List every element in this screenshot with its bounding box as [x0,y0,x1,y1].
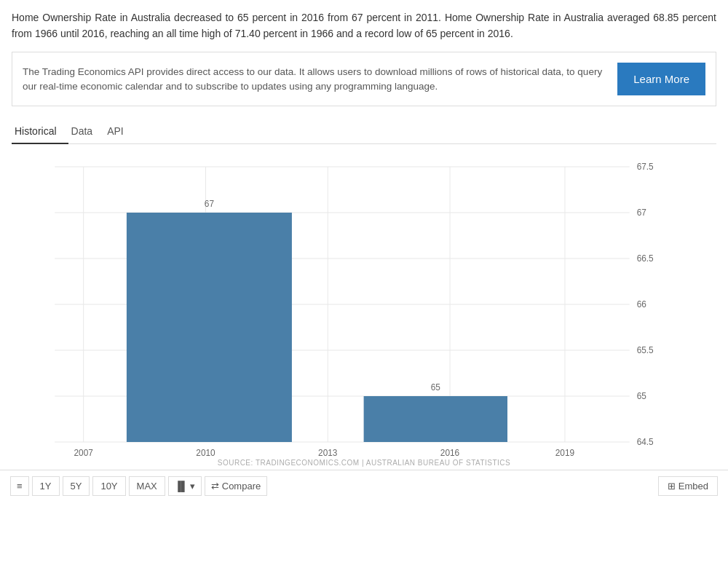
bar-chart: 67.5 67 66.5 66 65.5 65 64.5 2007 2010 2… [12,151,673,457]
hamburger-button[interactable]: ≡ [10,476,29,496]
toolbar: ≡ 1Y 5Y 10Y MAX ▐▌ ▾ ⇄ Compare ⊞ Embed [0,470,728,502]
svg-text:65.5: 65.5 [637,345,654,355]
svg-text:66: 66 [637,299,646,309]
bar-2010 [127,213,292,442]
svg-text:64.5: 64.5 [637,437,654,447]
svg-text:2013: 2013 [318,448,338,457]
tab-historical[interactable]: Historical [12,119,68,144]
svg-text:67: 67 [637,208,646,218]
svg-text:2016: 2016 [440,448,460,457]
chart-source: SOURCE: TRADINGECONOMICS.COM | AUSTRALIA… [12,459,716,467]
svg-text:66.5: 66.5 [637,253,654,264]
chevron-down-icon: ▾ [190,481,195,492]
svg-text:2010: 2010 [196,448,215,457]
tabs-container: Historical Data API [12,119,716,144]
svg-text:67: 67 [205,199,214,209]
period-1y-button[interactable]: 1Y [32,476,60,496]
svg-text:2007: 2007 [74,448,94,457]
tab-data[interactable]: Data [68,119,105,144]
tab-api[interactable]: API [104,119,135,144]
api-banner: The Trading Economics API provides direc… [12,52,716,106]
svg-text:2019: 2019 [555,448,575,457]
period-10y-button[interactable]: 10Y [92,476,125,496]
bar-chart-icon: ▐▌ [175,481,188,492]
embed-button[interactable]: ⊞ Embed [658,476,718,496]
api-banner-text: The Trading Economics API provides direc… [23,65,603,95]
svg-text:65: 65 [431,382,440,392]
chart-type-button[interactable]: ▐▌ ▾ [168,476,202,496]
compare-button[interactable]: ⇄ Compare [205,476,267,496]
bar-2016 [364,396,507,442]
learn-more-button[interactable]: Learn More [617,63,705,95]
period-5y-button[interactable]: 5Y [63,476,90,496]
period-max-button[interactable]: MAX [129,476,165,496]
description-text: Home Ownership Rate in Australia decreas… [12,10,716,42]
svg-text:67.5: 67.5 [637,162,654,172]
svg-text:65: 65 [637,391,646,401]
chart-area: 67.5 67 66.5 66 65.5 65 64.5 2007 2010 2… [12,151,716,457]
